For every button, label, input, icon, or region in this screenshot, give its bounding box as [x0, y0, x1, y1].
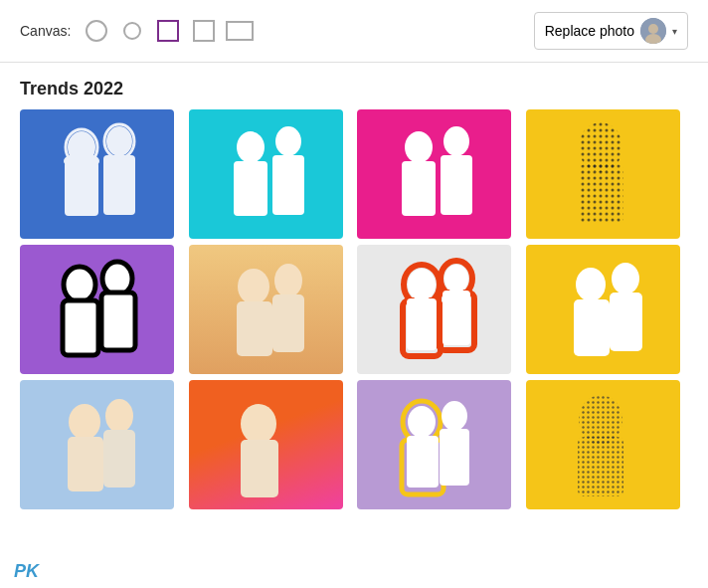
- svg-rect-50: [407, 436, 439, 488]
- svg-rect-46: [241, 440, 278, 497]
- top-bar: Canvas: Replace photo ▾: [0, 0, 708, 63]
- svg-point-51: [442, 401, 467, 431]
- svg-point-49: [408, 406, 436, 438]
- shape-square-selected[interactable]: [154, 17, 182, 45]
- grid-item[interactable]: [20, 380, 174, 509]
- svg-rect-22: [63, 300, 98, 355]
- svg-point-14: [405, 131, 433, 163]
- svg-point-25: [238, 269, 269, 304]
- replace-photo-label: Replace photo: [545, 23, 634, 39]
- svg-point-27: [274, 264, 302, 297]
- svg-point-1: [648, 24, 658, 34]
- svg-rect-7: [103, 155, 135, 215]
- svg-point-33: [408, 269, 436, 300]
- grid-item[interactable]: [189, 245, 343, 374]
- footer-initials: PK: [14, 561, 39, 582]
- svg-rect-52: [440, 429, 469, 486]
- grid-item[interactable]: [526, 109, 680, 239]
- svg-point-43: [105, 399, 133, 433]
- svg-point-41: [69, 404, 100, 440]
- svg-point-45: [241, 404, 276, 444]
- canvas-label: Canvas:: [20, 23, 71, 39]
- svg-point-16: [443, 126, 469, 156]
- replace-photo-button[interactable]: Replace photo ▾: [534, 12, 688, 50]
- canvas-section: Canvas:: [20, 17, 254, 45]
- section-title: Trends 2022: [0, 63, 708, 109]
- grid-item[interactable]: [20, 245, 174, 374]
- svg-point-10: [237, 131, 265, 163]
- shape-rect[interactable]: [226, 17, 254, 45]
- avatar: [640, 18, 666, 44]
- svg-rect-20: [579, 164, 623, 224]
- svg-rect-17: [441, 155, 472, 215]
- svg-rect-36: [442, 291, 470, 345]
- shape-circle-sm[interactable]: [118, 17, 146, 45]
- svg-rect-26: [237, 301, 272, 356]
- svg-point-12: [275, 126, 301, 156]
- grid-container: [0, 109, 708, 529]
- grid-item[interactable]: [357, 109, 511, 239]
- svg-rect-38: [574, 299, 610, 356]
- shape-circle-lg[interactable]: [83, 17, 110, 45]
- svg-point-37: [576, 268, 606, 301]
- svg-rect-34: [407, 298, 437, 350]
- svg-rect-40: [610, 293, 642, 351]
- svg-rect-24: [101, 293, 135, 350]
- grid-item[interactable]: [357, 245, 511, 374]
- grid-item[interactable]: [189, 380, 343, 509]
- grid-item[interactable]: [357, 380, 511, 509]
- svg-rect-13: [272, 155, 304, 215]
- grid-item[interactable]: [189, 109, 343, 239]
- svg-point-21: [64, 267, 95, 302]
- svg-point-6: [106, 126, 132, 156]
- grid-item[interactable]: [526, 380, 680, 509]
- svg-point-39: [612, 263, 639, 294]
- grid-item[interactable]: [526, 245, 680, 374]
- svg-rect-28: [272, 294, 304, 352]
- svg-rect-4: [65, 161, 98, 216]
- svg-rect-15: [402, 161, 436, 216]
- shape-square-sm[interactable]: [190, 17, 218, 45]
- grid-item[interactable]: [20, 109, 174, 239]
- svg-rect-42: [68, 437, 103, 491]
- svg-rect-44: [103, 430, 135, 488]
- svg-rect-11: [234, 161, 267, 216]
- dropdown-arrow-icon: ▾: [672, 26, 677, 37]
- svg-point-35: [444, 265, 468, 293]
- svg-rect-55: [578, 437, 623, 496]
